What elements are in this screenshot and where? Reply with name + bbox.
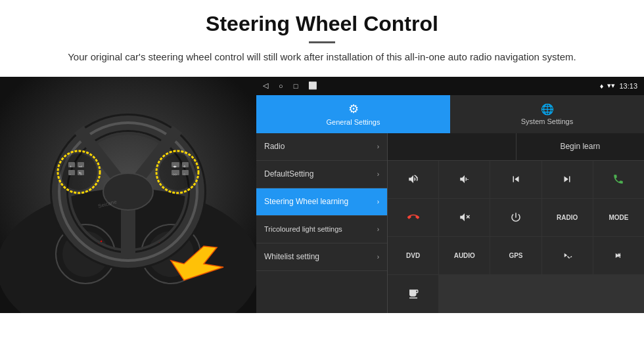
android-ui: ◁ ○ □ ⬜ ♦ ▾▾ 13:13 ⚙ General Settings 🌐 … — [256, 77, 644, 313]
svg-text:-: - — [467, 176, 469, 182]
nav-cast-icon[interactable]: ⬜ — [308, 81, 317, 90]
header-section: Steering Wheel Control Your original car… — [0, 0, 644, 72]
menu-item-radio-label: Radio — [264, 142, 377, 151]
chevron-icon-3: › — [377, 198, 379, 205]
right-panel: Begin learn + - — [388, 133, 644, 313]
skip-button[interactable] — [593, 237, 644, 274]
tab-system-label: System Settings — [521, 117, 573, 125]
vol-minus-button[interactable]: - — [439, 161, 490, 198]
chevron-icon: › — [377, 143, 379, 150]
tab-general-label: General Settings — [327, 118, 380, 126]
top-tabs: ⚙ General Settings 🌐 System Settings — [256, 95, 644, 133]
begin-learn-row: Begin learn — [388, 133, 644, 161]
prev-button[interactable] — [490, 161, 541, 198]
menu-item-whitelist-label: Whitelist setting — [264, 252, 377, 261]
power-button[interactable] — [490, 199, 541, 236]
menu-item-whitelist[interactable]: Whitelist setting › — [256, 243, 387, 271]
svg-text:vol: vol — [79, 165, 82, 168]
menu-item-radio[interactable]: Radio › — [256, 133, 387, 161]
page-title: Steering Wheel Control — [39, 12, 605, 36]
chevron-icon-4: › — [377, 226, 379, 233]
status-indicators: ♦ ▾▾ 13:13 — [600, 81, 637, 90]
tab-system[interactable]: 🌐 System Settings — [450, 95, 644, 133]
menu-item-tricoloured[interactable]: Tricoloured light settings › — [256, 216, 387, 243]
nav-back-icon[interactable]: ◁ — [263, 81, 268, 90]
chevron-icon-2: › — [377, 171, 379, 178]
signal-icon: ▾▾ — [607, 81, 615, 90]
begin-learn-button[interactable]: Begin learn — [517, 133, 645, 160]
time-display: 13:13 — [619, 82, 637, 90]
svg-text:◇◇: ◇◇ — [173, 173, 177, 176]
hang-button[interactable] — [388, 199, 438, 236]
vol-plus-button[interactable]: + — [388, 161, 438, 198]
subtitle-text: Your original car's steering wheel contr… — [53, 50, 591, 65]
svg-text:↰: ↰ — [78, 171, 82, 176]
gps-button[interactable]: GPS — [490, 237, 541, 274]
menu-area: Radio › DefaultSetting › Steering Wheel … — [256, 133, 644, 313]
svg-text:◀▶: ◀▶ — [173, 165, 177, 168]
gear-icon: ⚙ — [348, 102, 359, 116]
content-area: + vol - ↰ ◀▶ ⚙ ◇◇ ○ Seicane — [0, 77, 644, 313]
menu-item-default[interactable]: DefaultSetting › — [256, 161, 387, 188]
phone-button[interactable] — [593, 161, 644, 198]
source-prev-button[interactable] — [542, 237, 593, 274]
audio-button[interactable]: AUDIO — [439, 237, 490, 274]
gps-text: GPS — [509, 252, 522, 259]
status-bar: ◁ ○ □ ⬜ ♦ ▾▾ 13:13 — [256, 77, 644, 95]
dvd-text: DVD — [406, 252, 420, 259]
next-button[interactable] — [542, 161, 593, 198]
menu-item-default-label: DefaultSetting — [264, 169, 377, 179]
nav-buttons: ◁ ○ □ ⬜ — [263, 81, 317, 90]
title-divider — [309, 41, 335, 43]
menu-item-steering[interactable]: Steering Wheel learning › — [256, 188, 387, 216]
nav-recent-icon[interactable]: □ — [294, 82, 298, 90]
begin-learn-empty — [388, 133, 517, 160]
radio-text: RADIO — [557, 214, 578, 221]
mode-text: MODE — [609, 214, 628, 221]
whitelist-icon-button[interactable] — [388, 275, 438, 312]
dvd-button[interactable]: DVD — [388, 237, 438, 274]
control-grid: + - — [388, 161, 644, 313]
audio-text: AUDIO — [454, 252, 475, 259]
svg-text:○: ○ — [183, 172, 185, 176]
chevron-icon-5: › — [377, 253, 379, 261]
mute-button[interactable] — [439, 199, 490, 236]
steering-wheel-image: + vol - ↰ ◀▶ ⚙ ◇◇ ○ Seicane — [0, 77, 256, 313]
system-icon: 🌐 — [541, 103, 554, 116]
radio-label-button[interactable]: RADIO — [542, 199, 593, 236]
location-icon: ♦ — [600, 82, 604, 90]
svg-text:+: + — [415, 175, 418, 179]
car-image-area: + vol - ↰ ◀▶ ⚙ ◇◇ ○ Seicane — [0, 77, 256, 313]
tab-general[interactable]: ⚙ General Settings — [256, 95, 450, 133]
left-menu: Radio › DefaultSetting › Steering Wheel … — [256, 133, 388, 313]
svg-text:⚙: ⚙ — [183, 165, 186, 168]
menu-item-steering-label: Steering Wheel learning — [264, 197, 377, 206]
mode-button[interactable]: MODE — [593, 199, 644, 236]
menu-item-tricoloured-label: Tricoloured light settings — [264, 225, 377, 233]
nav-home-icon[interactable]: ○ — [279, 82, 283, 90]
svg-text:+: + — [70, 164, 72, 168]
